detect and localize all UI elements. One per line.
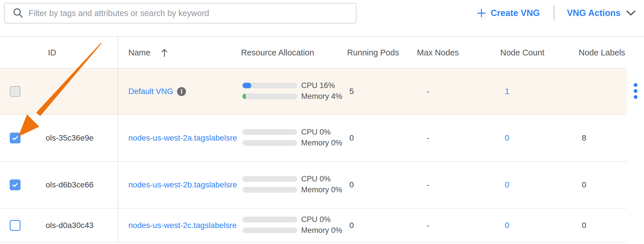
cpu-bar-track <box>242 83 297 88</box>
resource-allocation-bars: CPU 0% Memory 0% <box>242 217 342 233</box>
running-pods-value: 0 <box>349 180 354 189</box>
column-header-node-labels[interactable]: Node Labels <box>579 48 625 57</box>
node-labels-value: 0 <box>582 180 586 189</box>
memory-bar-fill <box>242 93 246 99</box>
memory-label: Memory 4% <box>301 92 342 101</box>
cpu-bar-track <box>242 176 297 182</box>
cpu-label: CPU 0% <box>301 175 331 183</box>
node-count-link[interactable]: 0 <box>505 180 509 189</box>
toolbar-actions: Create VNG VNG Actions <box>477 4 636 22</box>
row-checkbox[interactable] <box>10 179 21 190</box>
vng-actions-dropdown[interactable]: VNG Actions <box>567 8 636 18</box>
max-nodes-value: - <box>427 133 429 143</box>
memory-bar-track <box>242 93 297 99</box>
memory-label: Memory 0% <box>301 185 342 194</box>
column-header-max-nodes[interactable]: Max Nodes <box>417 48 459 57</box>
max-nodes-value: - <box>427 221 429 230</box>
resource-allocation-bars: CPU 16% Memory 4% <box>242 83 342 99</box>
vng-id: ols-35c36e9e <box>46 133 94 143</box>
node-labels-value: 8 <box>582 133 586 143</box>
column-header-running-pods[interactable]: Running Pods <box>347 48 399 57</box>
running-pods-value: 0 <box>349 221 354 230</box>
vng-name-link[interactable]: Default VNG <box>128 87 173 96</box>
cpu-bar-track <box>242 217 297 222</box>
memory-bar-track <box>242 187 297 193</box>
table-body: Default VNG i CPU 16% Memory 4% 5 - 1 ol… <box>0 69 644 243</box>
cpu-label: CPU 16% <box>301 81 335 90</box>
create-vng-label: Create VNG <box>491 8 540 18</box>
memory-bar-track <box>242 140 297 146</box>
vng-name-link[interactable]: nodes-us-west-2b.tagslabelsre <box>128 180 237 189</box>
memory-label: Memory 0% <box>301 226 342 235</box>
max-nodes-value: - <box>427 180 429 189</box>
node-count-link[interactable]: 0 <box>505 133 509 143</box>
table-row: ols-35c36e9e nodes-us-west-2a.tagslabels… <box>0 115 627 162</box>
running-pods-value: 5 <box>349 87 354 96</box>
resource-allocation-bars: CPU 0% Memory 0% <box>242 129 342 146</box>
table-row: ols-d0a30c43 nodes-us-west-2c.tagslabels… <box>0 209 627 243</box>
max-nodes-value: - <box>427 87 429 96</box>
node-count-link[interactable]: 0 <box>505 221 509 230</box>
cpu-bar-track <box>242 129 297 135</box>
column-header-node-count[interactable]: Node Count <box>500 48 544 57</box>
cpu-label: CPU 0% <box>301 128 331 137</box>
memory-bar-track <box>242 227 297 233</box>
memory-label: Memory 0% <box>301 139 342 147</box>
row-checkbox[interactable] <box>10 220 21 231</box>
info-icon[interactable]: i <box>177 87 186 96</box>
column-header-id[interactable]: ID <box>48 48 56 57</box>
sort-ascending-icon <box>161 48 168 57</box>
vng-id: ols-d6b3ce66 <box>46 180 94 189</box>
search-input-wrapper[interactable] <box>4 3 357 23</box>
column-header-name[interactable]: Name <box>128 48 168 57</box>
cpu-bar-fill <box>242 83 251 88</box>
vng-actions-label: VNG Actions <box>567 8 621 18</box>
running-pods-value: 0 <box>349 133 354 143</box>
toolbar-divider <box>554 6 554 21</box>
node-labels-value: 0 <box>582 221 586 230</box>
table-header: ID Name Resource Allocation Running Pods… <box>0 36 644 69</box>
table-row: ols-d6b3ce66 nodes-us-west-2b.tagslabels… <box>0 162 627 209</box>
vng-name-link[interactable]: nodes-us-west-2c.tagslabelsre <box>128 221 237 230</box>
resource-allocation-bars: CPU 0% Memory 0% <box>242 176 342 193</box>
plus-icon <box>477 9 486 18</box>
id-name-column-divider <box>118 36 118 243</box>
vng-name-link[interactable]: nodes-us-west-2a.tagslabelsre <box>128 133 237 143</box>
column-header-resource-allocation[interactable]: Resource Allocation <box>241 48 314 57</box>
search-input[interactable] <box>29 9 350 18</box>
row-checkbox[interactable] <box>10 86 21 97</box>
vng-list-page: Create VNG VNG Actions ID Name Resour <box>0 0 644 244</box>
vng-id: ols-d0a30c43 <box>46 221 94 230</box>
row-checkbox[interactable] <box>10 133 21 143</box>
table-row: Default VNG i CPU 16% Memory 4% 5 - 1 <box>0 69 627 115</box>
node-count-link[interactable]: 1 <box>505 87 509 96</box>
cpu-label: CPU 0% <box>301 215 331 224</box>
search-icon <box>13 7 24 19</box>
create-vng-button[interactable]: Create VNG <box>477 8 540 18</box>
chevron-down-icon <box>626 10 636 16</box>
